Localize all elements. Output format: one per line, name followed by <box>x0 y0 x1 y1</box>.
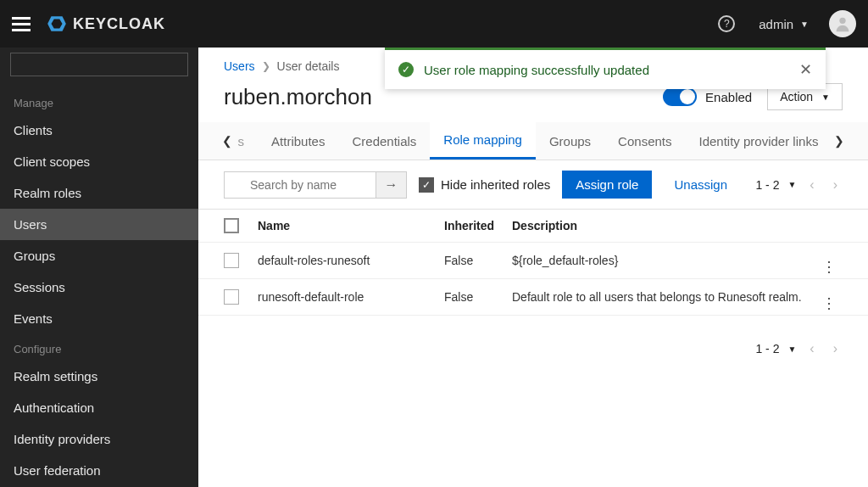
sidebar-item-authentication[interactable]: Authentication <box>0 392 198 423</box>
toast-message: User role mapping successfully updated <box>424 63 799 77</box>
cell-name: default-roles-runesoft <box>258 254 444 267</box>
enabled-label: Enabled <box>705 90 752 104</box>
brand-logo[interactable]: KEYCLOAK <box>46 13 165 35</box>
search-submit-button[interactable]: → <box>376 171 407 199</box>
page-title: ruben.morchon <box>224 84 372 110</box>
keycloak-logo-icon <box>46 13 68 35</box>
sidebar-item-users[interactable]: Users <box>0 209 198 240</box>
sidebar-item-realm-settings[interactable]: Realm settings <box>0 361 198 392</box>
sidebar-item-events[interactable]: Events <box>0 303 198 334</box>
tab-credentials[interactable]: Credentials <box>338 124 430 159</box>
breadcrumb-current: User details <box>277 59 340 73</box>
hide-inherited-checkbox[interactable]: ✓ Hide inherited roles <box>419 177 550 193</box>
pager-range: 1 - 2 <box>755 342 779 355</box>
svg-point-2 <box>839 18 845 24</box>
sidebar-section-manage: Manage <box>0 88 198 115</box>
sidebar-item-identity-providers[interactable]: Identity providers <box>0 423 198 455</box>
col-header-name: Name <box>258 219 444 232</box>
assign-role-button[interactable]: Assign role <box>562 171 652 199</box>
menu-hamburger-icon[interactable] <box>12 17 31 31</box>
col-header-inherited: Inherited <box>444 219 512 232</box>
pager-bottom: 1 - 2 ▼ ‹ › <box>755 341 843 356</box>
caret-down-icon[interactable]: ▼ <box>787 344 796 354</box>
user-menu-name: admin <box>759 17 793 31</box>
table-header-row: Name Inherited Description <box>198 210 868 243</box>
brand-text: KEYCLOAK <box>73 15 165 33</box>
chevron-right-icon: ❯ <box>262 60 270 72</box>
select-all-checkbox[interactable] <box>224 218 239 233</box>
realm-selector[interactable] <box>10 53 188 76</box>
pager-top: 1 - 2 ▼ ‹ › <box>755 177 843 193</box>
tab-attributes[interactable]: Attributes <box>258 124 338 159</box>
pager-range: 1 - 2 <box>755 178 779 192</box>
tab-scroll-left[interactable]: ❮ <box>220 122 235 160</box>
tab-role-mapping[interactable]: Role mapping <box>430 122 536 160</box>
cell-name: runesoft-default-role <box>258 290 444 304</box>
row-kebab-icon[interactable]: ⋯ <box>821 284 839 310</box>
sidebar-item-clients[interactable]: Clients <box>0 115 198 146</box>
sidebar-item-user-federation[interactable]: User federation <box>0 455 198 486</box>
action-dropdown-label: Action <box>780 90 813 104</box>
tab-bar: ❮ s Attributes Credentials Role mapping … <box>198 122 868 160</box>
check-circle-icon: ✓ <box>398 62 414 77</box>
pager-prev[interactable]: ‹ <box>804 177 819 193</box>
help-icon[interactable]: ? <box>718 15 735 32</box>
top-bar: KEYCLOAK ? admin ▼ <box>0 0 868 48</box>
pager-next[interactable]: › <box>828 177 843 193</box>
pager-prev[interactable]: ‹ <box>804 341 819 356</box>
toast-success: ✓ User role mapping successfully updated… <box>385 48 826 89</box>
main-content: ✓ User role mapping successfully updated… <box>198 48 868 487</box>
tab-consents[interactable]: Consents <box>604 124 685 159</box>
sidebar-item-client-scopes[interactable]: Client scopes <box>0 146 198 177</box>
cell-description: ${role_default-roles} <box>512 254 817 267</box>
unassign-button[interactable]: Unassign <box>674 177 727 192</box>
breadcrumb-users-link[interactable]: Users <box>224 59 255 73</box>
sidebar-item-sessions[interactable]: Sessions <box>0 271 198 303</box>
enabled-toggle[interactable] <box>663 87 697 106</box>
caret-down-icon: ▼ <box>821 92 830 102</box>
user-menu[interactable]: admin ▼ <box>759 17 809 31</box>
cell-inherited: False <box>444 290 512 304</box>
cell-inherited: False <box>444 254 512 267</box>
tab-groups[interactable]: Groups <box>536 124 604 159</box>
row-checkbox[interactable] <box>224 253 239 268</box>
table-row: runesoft-default-role False Default role… <box>198 279 868 316</box>
caret-down-icon[interactable]: ▼ <box>787 180 796 189</box>
person-icon <box>833 14 852 33</box>
row-kebab-icon[interactable]: ⋯ <box>821 248 839 273</box>
row-checkbox[interactable] <box>224 289 239 305</box>
sidebar-item-realm-roles[interactable]: Realm roles <box>0 177 198 209</box>
checkbox-checked-icon: ✓ <box>419 177 434 193</box>
roles-table: Name Inherited Description default-roles… <box>198 209 868 316</box>
hide-inherited-label: Hide inherited roles <box>441 177 550 192</box>
sidebar: Manage Clients Client scopes Realm roles… <box>0 48 198 487</box>
table-row: default-roles-runesoft False ${role_defa… <box>198 243 868 279</box>
tab-identity-provider-links[interactable]: Identity provider links <box>685 124 832 159</box>
search-input[interactable] <box>224 171 376 199</box>
cell-description: Default role to all users that belongs t… <box>512 290 817 304</box>
tab-scroll-right[interactable]: ❯ <box>832 122 846 160</box>
table-toolbar: 🔍 → ✓ Hide inherited roles Assign role U… <box>198 160 868 209</box>
avatar[interactable] <box>829 10 856 37</box>
tab-partial[interactable]: s <box>235 124 259 159</box>
col-header-description: Description <box>512 219 817 232</box>
toast-close-icon[interactable]: ✕ <box>799 60 812 79</box>
pager-next[interactable]: › <box>828 341 843 356</box>
sidebar-section-configure: Configure <box>0 334 198 361</box>
sidebar-item-groups[interactable]: Groups <box>0 240 198 271</box>
caret-down-icon: ▼ <box>800 20 809 29</box>
